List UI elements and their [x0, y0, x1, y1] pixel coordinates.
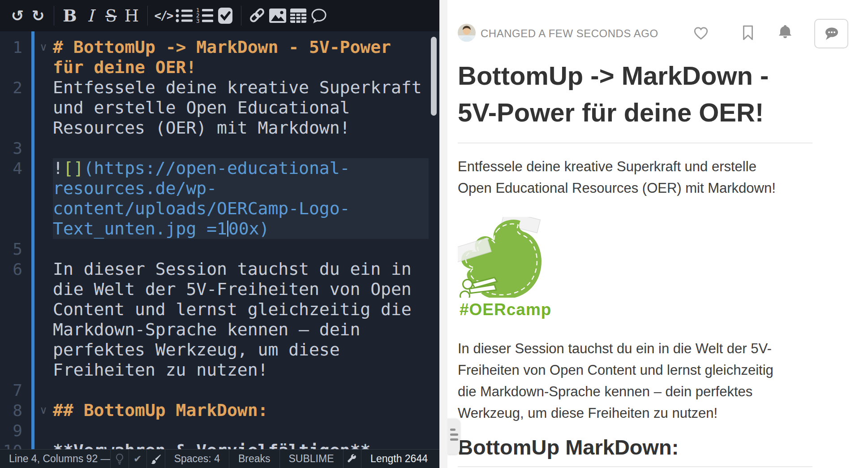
- rendered-markdown: BottomUp -> MarkDown -5V-Power für deine…: [458, 57, 812, 467]
- gutter-accent-bar: [31, 31, 34, 449]
- svg-text:3: 3: [196, 18, 200, 24]
- logo-caption: #OERcamp: [460, 300, 812, 319]
- code-editor[interactable]: 1∨# BottomUp -> MarkDown - 5V-Powerfür d…: [0, 31, 439, 449]
- editor-toolbar: ↺ ↻ B I S H </> 1 2 3: [0, 0, 439, 31]
- line-text[interactable]: In dieser Session tauchst du ein indie W…: [53, 259, 429, 380]
- line-number: 6: [0, 259, 22, 279]
- editor-line: 10**Verwahren & Vervielfältigen**: [0, 441, 439, 449]
- preview-pane: CHANGED A FEW SECONDS AGO: [447, 0, 868, 468]
- heading-rule: [458, 143, 812, 143]
- oercamp-logo: #OERcamp: [458, 217, 812, 319]
- hackmd-window: ↺ ↻ B I S H </> 1 2 3: [0, 0, 868, 468]
- toolbar-divider: [54, 6, 54, 26]
- line-number: 3: [0, 138, 22, 158]
- line-text[interactable]: ![](https://open-educational-resources.d…: [53, 158, 429, 239]
- toolbar-divider: [147, 6, 148, 26]
- heading-rule: [458, 466, 812, 467]
- italic-icon[interactable]: I: [80, 4, 101, 27]
- text-row: BottomUp -> MarkDown -: [458, 57, 812, 94]
- link-icon[interactable]: [247, 4, 267, 27]
- like-heart-icon[interactable]: [693, 26, 709, 42]
- redo-icon[interactable]: ↻: [28, 4, 48, 27]
- editor-line: 3: [0, 138, 439, 158]
- text-row: 5V-Power für deine OER!: [458, 94, 812, 131]
- comments-button[interactable]: [814, 19, 848, 48]
- text-row: Freiheiten von Open Content und lernst g…: [458, 360, 812, 381]
- spaces-setting[interactable]: Spaces: 4: [165, 450, 229, 468]
- wrench-icon[interactable]: [344, 450, 362, 468]
- keymap-setting[interactable]: SUBLIME: [280, 450, 344, 468]
- text-row: Open Educational Resources (OER) mit Mar…: [458, 178, 812, 199]
- editor-line: 7: [0, 380, 439, 400]
- undo-icon[interactable]: ↺: [7, 4, 28, 27]
- line-text[interactable]: # BottomUp -> MarkDown - 5V-Powerfür dei…: [53, 37, 429, 78]
- hamburger-icon: [450, 429, 455, 431]
- line-number: 1: [0, 37, 22, 57]
- bookmark-icon[interactable]: [742, 25, 754, 42]
- editor-line: 2Entfessele deine kreative Superkraftund…: [0, 78, 439, 138]
- text-row: Werkzeug, um diese Freiheiten zu nutzen!: [458, 403, 812, 424]
- toc-toggle[interactable]: [447, 419, 460, 454]
- text-row: die Markdown-Sprache kennen – dein perfe…: [458, 381, 812, 403]
- line-number: 2: [0, 78, 22, 98]
- checklist-icon[interactable]: [215, 4, 236, 27]
- comment-icon[interactable]: [309, 4, 329, 27]
- line-number: 10: [0, 441, 22, 449]
- linebreaks-setting[interactable]: Breaks: [229, 450, 280, 468]
- line-text[interactable]: [53, 239, 429, 259]
- heading-icon[interactable]: H: [121, 4, 142, 27]
- pane-divider[interactable]: [439, 0, 448, 468]
- text-row: In dieser Session tauchst du ein in die …: [458, 338, 812, 360]
- line-text[interactable]: [53, 138, 429, 158]
- line-text[interactable]: [53, 420, 429, 441]
- text-row: Entfessele deine kreative Superkraft und…: [458, 156, 812, 178]
- table-icon[interactable]: [288, 4, 309, 27]
- editor-scrollbar-thumb[interactable]: [431, 37, 437, 116]
- bell-icon[interactable]: [778, 24, 792, 42]
- line-number: 4: [0, 158, 22, 178]
- image-icon[interactable]: [267, 4, 288, 27]
- bold-icon[interactable]: B: [60, 4, 80, 27]
- intro-paragraph: Entfessele deine kreative Superkraft und…: [458, 156, 812, 199]
- editor-line: 9: [0, 420, 439, 441]
- editor-line: 1∨# BottomUp -> MarkDown - 5V-Powerfür d…: [0, 37, 439, 78]
- author-avatar[interactable]: [458, 24, 476, 42]
- editor-line: 5: [0, 239, 439, 259]
- fold-chevron-icon[interactable]: ∨: [34, 400, 53, 420]
- note-title: BottomUp -> MarkDown -5V-Power für deine…: [458, 57, 812, 131]
- editor-line: 8∨## BottomUp MarkDown:: [0, 400, 439, 420]
- code-icon[interactable]: </>: [153, 4, 174, 27]
- brush-icon[interactable]: [147, 450, 165, 468]
- editor-line: 6In dieser Session tauchst du ein indie …: [0, 259, 439, 380]
- line-number: 8: [0, 400, 22, 420]
- note-header: CHANGED A FEW SECONDS AGO: [447, 0, 868, 50]
- line-text[interactable]: **Verwahren & Vervielfältigen**: [53, 441, 429, 449]
- editor-pane: ↺ ↻ B I S H </> 1 2 3: [0, 0, 439, 468]
- unordered-list-icon[interactable]: [174, 4, 194, 27]
- line-text[interactable]: ## BottomUp MarkDown:: [53, 400, 429, 420]
- toolbar-divider: [241, 6, 241, 26]
- line-number: 9: [0, 420, 22, 441]
- spellcheck-icon[interactable]: ✔: [129, 450, 147, 468]
- lightbulb-icon[interactable]: [111, 450, 129, 468]
- length-indicator: Length 2644: [361, 450, 439, 468]
- section-heading: BottomUp MarkDown:: [458, 436, 812, 459]
- line-text[interactable]: [53, 380, 429, 400]
- editor-status-bar: Line 4, Columns 92 — 21 ✔ Spaces: 4 Brea…: [0, 449, 439, 468]
- editor-line: 4![](https://open-educational-resources.…: [0, 158, 439, 239]
- cursor-position-status: Line 4, Columns 92 — 21: [0, 450, 111, 468]
- line-number: 5: [0, 239, 22, 259]
- ordered-list-icon[interactable]: 1 2 3: [194, 4, 215, 27]
- line-number: 7: [0, 380, 22, 400]
- strikethrough-icon[interactable]: S: [101, 4, 121, 27]
- fold-chevron-icon[interactable]: ∨: [34, 37, 53, 57]
- session-paragraph: In dieser Session tauchst du ein in die …: [458, 338, 812, 424]
- line-text[interactable]: Entfessele deine kreative Superkraftund …: [53, 78, 429, 138]
- last-changed-label: CHANGED A FEW SECONDS AGO: [481, 27, 658, 40]
- editor-lines: 1∨# BottomUp -> MarkDown - 5V-Powerfür d…: [0, 31, 439, 449]
